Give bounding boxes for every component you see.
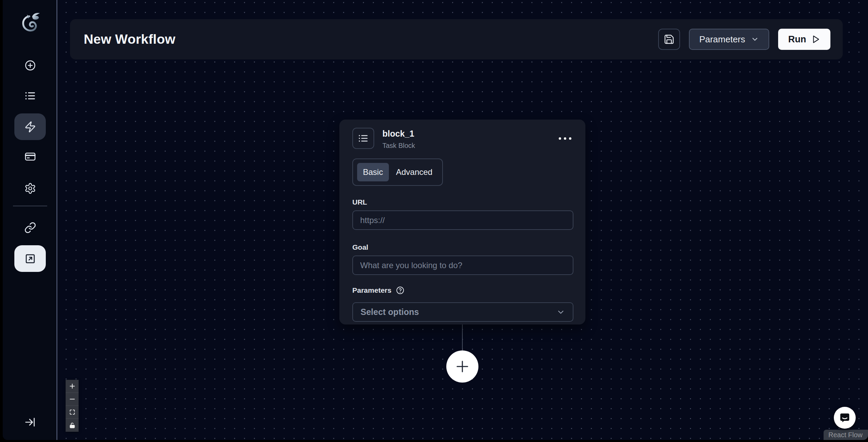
save-icon: [664, 34, 675, 45]
sidebar-item-workflows[interactable]: [14, 113, 46, 140]
sidebar-item-runs[interactable]: [14, 82, 46, 109]
zoom-in-button[interactable]: [66, 380, 79, 393]
parameters-select-placeholder: Select options: [361, 307, 419, 317]
plus-icon: [455, 359, 470, 374]
chevron-down-icon: [556, 308, 565, 317]
run-button[interactable]: Run: [778, 29, 830, 50]
zoom-out-icon: [69, 396, 76, 402]
sidebar-item-billing[interactable]: [14, 143, 46, 170]
zoom-in-icon: [69, 383, 76, 389]
sidebar-collapse-button[interactable]: [19, 411, 41, 433]
react-flow-attribution[interactable]: React Flow: [824, 430, 868, 440]
list-icon: [358, 133, 369, 144]
workflow-header: New Workflow Parameters Run: [70, 19, 843, 59]
goal-field-label: Goal: [352, 243, 573, 251]
page-title: New Workflow: [84, 32, 175, 47]
sidebar-item-settings[interactable]: [14, 175, 46, 202]
zoom-out-button[interactable]: [66, 393, 79, 406]
chevron-down-icon: [751, 35, 759, 43]
gear-icon: [24, 182, 36, 194]
node-head-text: block_1 Task Block: [382, 128, 415, 150]
node-connector-edge: [462, 324, 463, 351]
node-subtitle: Task Block: [382, 142, 415, 150]
fit-view-icon: [69, 409, 76, 415]
credit-card-icon: [24, 151, 36, 163]
sidebar: [3, 0, 57, 440]
sidebar-divider: [13, 206, 47, 206]
node-title: block_1: [382, 129, 415, 139]
lightning-icon: [24, 121, 36, 133]
node-header: block_1 Task Block: [352, 128, 573, 150]
external-link-icon: [24, 253, 36, 265]
header-actions: Parameters Run: [658, 29, 830, 50]
sidebar-item-create[interactable]: [14, 52, 46, 79]
parameters-field-label: Parameters: [352, 286, 391, 294]
sidebar-item-open-external[interactable]: [14, 245, 46, 272]
list-icon: [24, 90, 36, 102]
tab-advanced[interactable]: Advanced: [390, 163, 438, 181]
lock-toggle-button[interactable]: [66, 419, 79, 432]
parameters-field-row: Parameters: [352, 286, 573, 295]
canvas-controls: [66, 380, 79, 432]
unlock-icon: [69, 422, 76, 429]
parameters-dropdown-button[interactable]: Parameters: [689, 29, 769, 50]
plus-circle-icon: [24, 59, 36, 71]
tab-basic[interactable]: Basic: [357, 163, 389, 181]
intercom-chat-icon: [838, 411, 851, 424]
attribution-label: React Flow: [828, 431, 863, 439]
sidebar-item-integrations[interactable]: [14, 214, 46, 241]
url-field-label: URL: [352, 198, 573, 206]
add-block-button[interactable]: [446, 350, 478, 383]
parameters-button-label: Parameters: [699, 34, 745, 45]
arrow-right-to-line-icon: [24, 416, 36, 428]
fit-view-button[interactable]: [66, 406, 79, 419]
help-circle-icon[interactable]: [396, 286, 405, 295]
link-icon: [24, 222, 36, 234]
url-input[interactable]: [352, 210, 573, 230]
dragon-logo: [17, 10, 43, 36]
parameters-select[interactable]: Select options: [352, 302, 573, 322]
node-tab-group: Basic Advanced: [352, 158, 443, 186]
task-block-icon-box: [352, 128, 374, 149]
play-icon: [811, 35, 820, 44]
task-block-node[interactable]: block_1 Task Block Basic Advanced URL Go…: [339, 120, 585, 324]
node-menu-button[interactable]: [559, 128, 573, 140]
goal-input[interactable]: [352, 255, 573, 275]
save-button[interactable]: [658, 29, 680, 50]
ellipsis-icon: [559, 137, 561, 140]
chat-launcher-button[interactable]: [834, 407, 856, 429]
app-window: New Workflow Parameters Run: [3, 0, 868, 440]
run-button-label: Run: [788, 34, 806, 45]
